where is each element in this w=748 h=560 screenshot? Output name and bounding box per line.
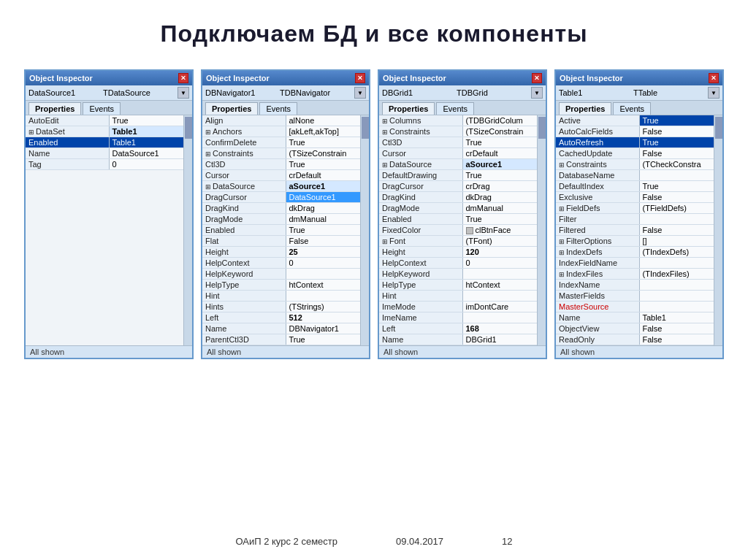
table-row[interactable]: ⊞ Constraints(TSizeConstrain (379, 126, 546, 137)
tab-events[interactable]: Events (83, 102, 121, 115)
tab-properties[interactable]: Properties (559, 102, 611, 115)
table-row[interactable]: Height120 (379, 247, 546, 258)
tab-properties[interactable]: Properties (205, 102, 258, 115)
property-value: True (286, 137, 369, 148)
table-row[interactable]: NameTable1 (556, 312, 722, 323)
table-row[interactable]: Hint (202, 291, 369, 302)
table-row[interactable]: AutoRefreshTrue (556, 137, 722, 148)
table-row[interactable]: ⊞ Font(TFont) (379, 236, 546, 247)
table-row[interactable]: HelpContext0 (379, 258, 546, 269)
table-row[interactable]: DragKinddkDrag (379, 192, 546, 203)
scrollbar[interactable] (537, 115, 546, 345)
table-row[interactable]: ⊞ Constraints(TCheckConstra (556, 159, 722, 170)
table-row[interactable]: ParentCtl3DTrue (202, 334, 369, 345)
table-row[interactable]: Tag0 (26, 159, 192, 170)
table-row[interactable]: CursorcrDefault (202, 170, 369, 181)
close-button[interactable]: ✕ (532, 73, 542, 83)
table-row[interactable]: FilteredFalse (556, 225, 722, 236)
table-row[interactable]: CursorcrDefault (379, 148, 546, 159)
table-row[interactable]: Hint (379, 291, 546, 302)
table-row[interactable]: NameDBGrid1 (379, 334, 546, 345)
tab-properties[interactable]: Properties (382, 102, 435, 115)
table-row[interactable]: AutoCalcFieldsFalse (556, 126, 722, 137)
table-row[interactable]: ⊞ Anchors[akLeft,akTop] (202, 126, 369, 137)
property-name: Enabled (202, 225, 286, 236)
table-row[interactable]: ⊞ DataSourceaSource1▼ (379, 159, 546, 170)
scrollbar[interactable] (183, 115, 192, 345)
table-row[interactable]: DefaultIndexTrue (556, 181, 722, 192)
tab-properties[interactable]: Properties (28, 102, 81, 115)
table-row[interactable]: ObjectViewFalse (556, 323, 722, 334)
table-row[interactable]: HelpContext0 (202, 258, 369, 269)
table-row[interactable]: ActiveTrue▼ (556, 115, 722, 126)
table-row[interactable]: EnabledTrue (379, 214, 546, 225)
table-row[interactable]: FixedColorclBtnFace (379, 225, 546, 236)
property-value: (TIndexDefs) (639, 247, 722, 258)
table-row[interactable]: HelpTypehtContext (379, 280, 546, 291)
table-row[interactable]: Ctl3DTrue (379, 137, 546, 148)
scrollbar[interactable] (714, 115, 722, 345)
close-button[interactable]: ✕ (355, 73, 365, 83)
table-row[interactable]: MasterSource (556, 302, 722, 312)
tab-events[interactable]: Events (259, 102, 297, 115)
property-name: Height (379, 247, 462, 258)
property-value: True (286, 334, 369, 345)
tab-events[interactable]: Events (436, 102, 474, 115)
table-row[interactable]: ⊞ IndexFiles(TIndexFiles) (556, 269, 722, 280)
tab-events[interactable]: Events (613, 102, 651, 115)
table-row[interactable]: Left512 (202, 312, 369, 323)
table-row[interactable]: ⊞ DataSourceaSource1▼ (202, 181, 369, 192)
table-row[interactable]: DragModedmManual (379, 203, 546, 214)
table-row[interactable]: Hints(TStrings) (202, 302, 369, 312)
table-row[interactable]: AlignalNone (202, 115, 369, 126)
table-row[interactable]: MasterFields (556, 291, 722, 302)
component-name: Table1 (559, 88, 630, 97)
table-row[interactable]: ⊞ FilterOptions[] (556, 236, 722, 247)
table-row[interactable]: DragKinddkDrag (202, 203, 369, 214)
table-row[interactable]: IndexName (556, 280, 722, 291)
component-dropdown-button[interactable]: ▼ (178, 87, 189, 99)
table-row[interactable]: DragCursorcrDrag (379, 181, 546, 192)
component-dropdown-button[interactable]: ▼ (708, 87, 720, 99)
property-name: IndexName (556, 280, 639, 291)
property-name: Ctl3D (379, 137, 462, 148)
table-row[interactable]: ⊞ Columns(TDBGridColum (379, 115, 546, 126)
scrollbar[interactable] (360, 115, 369, 345)
property-value: (TStrings) (286, 302, 369, 312)
table-row[interactable]: DragCursorDataSource1 (202, 192, 369, 203)
table-row[interactable]: HelpTypehtContext (202, 280, 369, 291)
table-row[interactable]: ⊞ IndexDefs(TIndexDefs) (556, 247, 722, 258)
table-row[interactable]: Ctl3DTrue (202, 159, 369, 170)
property-value: False (286, 236, 369, 247)
component-dropdown-button[interactable]: ▼ (531, 87, 543, 99)
table-row[interactable]: ⊞ DataSetTable1 (26, 126, 192, 137)
table-row[interactable]: ReadOnlyFalse (556, 334, 722, 345)
table-row[interactable]: EnabledTable1 (26, 137, 192, 148)
table-row[interactable]: CachedUpdateFalse (556, 148, 722, 159)
table-row[interactable]: DragModedmManual (202, 214, 369, 225)
table-row[interactable]: HelpKeyword (379, 269, 546, 280)
table-row[interactable]: Height25 (202, 247, 369, 258)
table-row[interactable]: NameDataSource1 (26, 148, 192, 159)
table-row[interactable]: EnabledTrue (202, 225, 369, 236)
table-row[interactable]: IndexFieldName (556, 258, 722, 269)
table-row[interactable]: DefaultDrawingTrue (379, 170, 546, 181)
table-row[interactable]: AutoEditTrue (26, 115, 192, 126)
table-row[interactable]: ExclusiveFalse (556, 192, 722, 203)
close-button[interactable]: ✕ (709, 73, 719, 83)
component-dropdown-button[interactable]: ▼ (354, 87, 366, 99)
table-row[interactable]: FlatFalse (202, 236, 369, 247)
table-row[interactable]: ⊞ Constraints(TSizeConstrain (202, 148, 369, 159)
table-row[interactable]: ImeModeimDontCare (379, 302, 546, 312)
table-row[interactable]: ⊞ FieldDefs(TFieldDefs) (556, 203, 722, 214)
inspector-content: ActiveTrue▼AutoCalcFieldsFalseAutoRefres… (556, 115, 722, 345)
close-button[interactable]: ✕ (178, 73, 188, 83)
table-row[interactable]: Filter (556, 214, 722, 225)
table-row[interactable]: NameDBNavigator1 (202, 323, 369, 334)
table-row[interactable]: HelpKeyword (202, 269, 369, 280)
table-row[interactable]: DatabaseName (556, 170, 722, 181)
table-row[interactable]: Left168 (379, 323, 546, 334)
table-row[interactable]: ConfirmDeleteTrue (202, 137, 369, 148)
property-value: (TSizeConstrain (286, 148, 369, 159)
table-row[interactable]: ImeName (379, 312, 546, 323)
